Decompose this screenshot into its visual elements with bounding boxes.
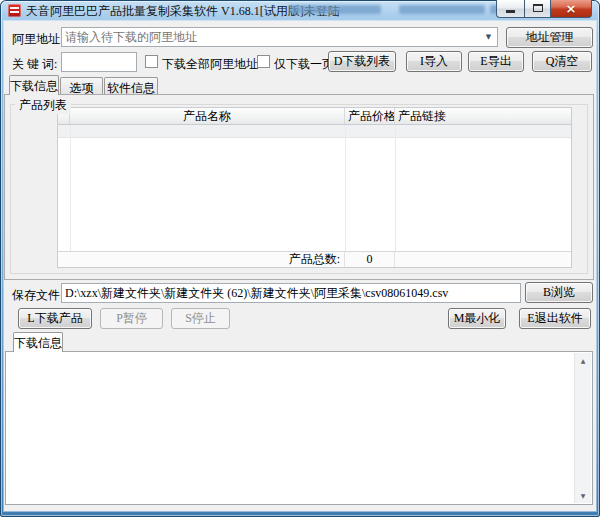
- log-area[interactable]: ▲ ▼: [5, 351, 593, 505]
- blurred-watermark: [399, 5, 485, 14]
- grid-line: [395, 125, 396, 251]
- pause-button: P暂停: [100, 308, 163, 329]
- table-total-row: 产品总数: 0: [58, 251, 571, 267]
- chevron-down-icon[interactable]: ▼: [480, 28, 497, 46]
- log-content[interactable]: [8, 354, 572, 502]
- app-window: 天音阿里巴巴产品批量复制采集软件 V1.68.1[试用版]未登陆 × 阿里地址：…: [0, 0, 600, 517]
- clear-button[interactable]: Q清空: [532, 51, 592, 72]
- log-scrollbar[interactable]: ▲ ▼: [574, 353, 591, 503]
- tab-software-info[interactable]: 软件信息: [104, 77, 158, 95]
- total-row-filler: [395, 252, 571, 267]
- product-list-group-title: 产品列表: [15, 97, 71, 114]
- browse-button[interactable]: B浏览: [525, 282, 593, 303]
- exit-software-button[interactable]: E退出软件: [519, 308, 591, 329]
- app-icon: [8, 4, 21, 17]
- grid-line: [345, 125, 346, 251]
- minimize-icon: [506, 10, 515, 13]
- column-header-product-link[interactable]: 产品链接: [395, 108, 571, 124]
- minimize-app-button[interactable]: M最小化: [448, 308, 506, 329]
- keyword-label: 关 键 词:: [12, 56, 57, 73]
- maximize-button[interactable]: [524, 0, 551, 18]
- tab-log-download-info[interactable]: 下载信息: [13, 332, 63, 352]
- download-all-checkbox-label[interactable]: 下载全部阿里地址: [162, 56, 258, 73]
- download-products-button[interactable]: L下载产品: [18, 308, 92, 329]
- scroll-down-button[interactable]: ▼: [575, 488, 591, 503]
- table-empty-new-row[interactable]: [58, 125, 571, 138]
- address-combobox[interactable]: ▼: [61, 27, 498, 47]
- titlebar[interactable]: 天音阿里巴巴产品批量复制采集软件 V1.68.1[试用版]未登陆 ×: [0, 0, 600, 21]
- total-products-label: 产品总数:: [58, 252, 345, 267]
- tab-options[interactable]: 选项: [60, 77, 103, 95]
- close-button[interactable]: ×: [551, 0, 592, 18]
- column-header-product-name[interactable]: 产品名称: [70, 108, 345, 124]
- download-all-checkbox[interactable]: [145, 55, 158, 68]
- export-button[interactable]: E导出: [468, 51, 524, 72]
- keyword-input[interactable]: [61, 52, 137, 72]
- client-area: 阿里地址： ▼ 地址管理 关 键 词: 下载全部阿里地址 仅下载一页 D下载列表…: [4, 21, 596, 511]
- column-header-product-price[interactable]: 产品价格: [345, 108, 395, 124]
- download-list-button[interactable]: D下载列表: [328, 51, 396, 72]
- address-manage-button[interactable]: 地址管理: [506, 27, 593, 48]
- stop-button: S停止: [171, 308, 230, 329]
- window-controls: ×: [496, 0, 592, 18]
- save-path-input[interactable]: [61, 283, 521, 303]
- product-table-body[interactable]: [58, 139, 571, 251]
- product-table: 产品名称 产品价格 产品链接 产品总数: 0: [57, 107, 572, 268]
- grid-line: [70, 125, 71, 251]
- one-page-checkbox-label[interactable]: 仅下载一页: [274, 56, 334, 73]
- minimize-button[interactable]: [496, 0, 524, 18]
- address-input[interactable]: [62, 28, 479, 46]
- one-page-checkbox[interactable]: [257, 55, 270, 68]
- blurred-watermark: [289, 5, 381, 14]
- product-table-header: 产品名称 产品价格 产品链接: [58, 108, 571, 125]
- scroll-up-button[interactable]: ▲: [575, 353, 591, 368]
- import-button[interactable]: I导入: [406, 51, 462, 72]
- scroll-down-icon: ▼: [581, 492, 586, 499]
- tab-download-info[interactable]: 下载信息: [9, 75, 59, 95]
- scroll-up-icon: ▲: [581, 357, 586, 364]
- total-products-value: 0: [345, 252, 395, 267]
- close-icon: ×: [551, 0, 591, 17]
- maximize-icon: [533, 4, 543, 12]
- download-info-panel: 产品列表 产品名称 产品价格 产品链接 产品总数: 0: [4, 94, 594, 280]
